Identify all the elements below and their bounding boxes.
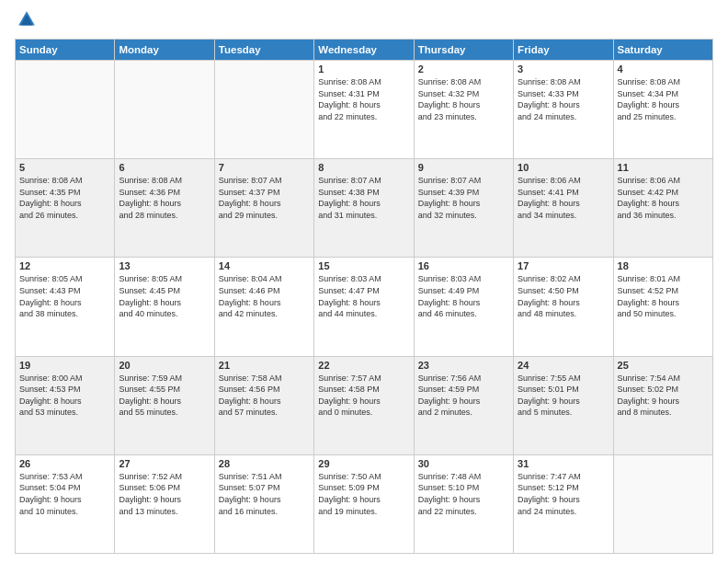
day-cell [613, 454, 712, 553]
day-info: Sunrise: 7:48 AM Sunset: 5:10 PM Dayligh… [418, 471, 509, 517]
day-number: 26 [19, 458, 110, 469]
day-cell: 18Sunrise: 8:01 AM Sunset: 4:52 PM Dayli… [613, 258, 712, 356]
day-number: 5 [19, 162, 110, 173]
day-number: 10 [518, 162, 609, 173]
page: SundayMondayTuesdayWednesdayThursdayFrid… [0, 0, 728, 563]
day-info: Sunrise: 7:47 AM Sunset: 5:12 PM Dayligh… [518, 471, 609, 517]
day-cell: 31Sunrise: 7:47 AM Sunset: 5:12 PM Dayli… [514, 454, 613, 553]
day-cell: 20Sunrise: 7:59 AM Sunset: 4:55 PM Dayli… [115, 356, 214, 454]
day-number: 30 [418, 458, 509, 469]
day-cell [16, 61, 115, 159]
day-info: Sunrise: 8:07 AM Sunset: 4:38 PM Dayligh… [318, 175, 409, 221]
logo [15, 9, 39, 33]
day-info: Sunrise: 7:51 AM Sunset: 5:07 PM Dayligh… [219, 471, 310, 517]
day-cell: 27Sunrise: 7:52 AM Sunset: 5:06 PM Dayli… [115, 454, 214, 553]
day-info: Sunrise: 8:08 AM Sunset: 4:36 PM Dayligh… [119, 175, 210, 221]
day-cell: 21Sunrise: 7:58 AM Sunset: 4:56 PM Dayli… [214, 356, 313, 454]
day-info: Sunrise: 7:54 AM Sunset: 5:02 PM Dayligh… [618, 373, 709, 419]
day-number: 4 [618, 63, 709, 75]
day-number: 24 [518, 360, 609, 371]
day-cell: 13Sunrise: 8:05 AM Sunset: 4:45 PM Dayli… [115, 258, 214, 356]
day-info: Sunrise: 8:08 AM Sunset: 4:32 PM Dayligh… [418, 76, 509, 122]
day-info: Sunrise: 7:58 AM Sunset: 4:56 PM Dayligh… [219, 373, 310, 419]
day-cell: 3Sunrise: 8:08 AM Sunset: 4:33 PM Daylig… [514, 61, 613, 159]
day-number: 15 [318, 260, 409, 271]
day-number: 17 [518, 260, 609, 271]
day-cell: 17Sunrise: 8:02 AM Sunset: 4:50 PM Dayli… [514, 258, 613, 356]
day-cell: 26Sunrise: 7:53 AM Sunset: 5:04 PM Dayli… [16, 454, 115, 553]
day-info: Sunrise: 8:05 AM Sunset: 4:45 PM Dayligh… [119, 273, 210, 319]
day-number: 25 [618, 360, 709, 371]
day-info: Sunrise: 7:57 AM Sunset: 4:58 PM Dayligh… [318, 373, 409, 419]
day-number: 9 [418, 162, 509, 173]
day-info: Sunrise: 8:07 AM Sunset: 4:37 PM Dayligh… [219, 175, 310, 221]
day-cell: 19Sunrise: 8:00 AM Sunset: 4:53 PM Dayli… [16, 356, 115, 454]
weekday-tuesday: Tuesday [214, 40, 313, 61]
day-cell: 23Sunrise: 7:56 AM Sunset: 4:59 PM Dayli… [414, 356, 513, 454]
weekday-thursday: Thursday [414, 40, 513, 61]
day-number: 14 [219, 260, 310, 271]
day-number: 28 [219, 458, 310, 469]
day-cell: 1Sunrise: 8:08 AM Sunset: 4:31 PM Daylig… [314, 61, 414, 159]
day-cell [214, 61, 313, 159]
weekday-sunday: Sunday [16, 40, 115, 61]
day-cell: 2Sunrise: 8:08 AM Sunset: 4:32 PM Daylig… [414, 61, 513, 159]
day-info: Sunrise: 8:05 AM Sunset: 4:43 PM Dayligh… [19, 273, 110, 319]
day-cell: 25Sunrise: 7:54 AM Sunset: 5:02 PM Dayli… [613, 356, 712, 454]
day-info: Sunrise: 7:50 AM Sunset: 5:09 PM Dayligh… [318, 471, 409, 517]
day-number: 27 [119, 458, 210, 469]
day-cell: 16Sunrise: 8:03 AM Sunset: 4:49 PM Dayli… [414, 258, 513, 356]
day-number: 12 [19, 260, 110, 271]
day-cell: 28Sunrise: 7:51 AM Sunset: 5:07 PM Dayli… [214, 454, 313, 553]
day-number: 7 [219, 162, 310, 173]
week-row-1: 1Sunrise: 8:08 AM Sunset: 4:31 PM Daylig… [16, 61, 713, 159]
day-info: Sunrise: 8:03 AM Sunset: 4:49 PM Dayligh… [418, 273, 509, 319]
day-cell: 6Sunrise: 8:08 AM Sunset: 4:36 PM Daylig… [115, 159, 214, 258]
day-number: 13 [119, 260, 210, 271]
day-cell: 24Sunrise: 7:55 AM Sunset: 5:01 PM Dayli… [514, 356, 613, 454]
day-info: Sunrise: 8:08 AM Sunset: 4:31 PM Dayligh… [318, 76, 409, 122]
weekday-saturday: Saturday [613, 40, 712, 61]
day-info: Sunrise: 8:03 AM Sunset: 4:47 PM Dayligh… [318, 273, 409, 319]
day-cell: 15Sunrise: 8:03 AM Sunset: 4:47 PM Dayli… [314, 258, 414, 356]
day-cell: 11Sunrise: 8:06 AM Sunset: 4:42 PM Dayli… [613, 159, 712, 258]
day-cell: 10Sunrise: 8:06 AM Sunset: 4:41 PM Dayli… [514, 159, 613, 258]
day-info: Sunrise: 8:06 AM Sunset: 4:42 PM Dayligh… [618, 175, 709, 221]
weekday-header-row: SundayMondayTuesdayWednesdayThursdayFrid… [16, 40, 713, 61]
day-info: Sunrise: 8:07 AM Sunset: 4:39 PM Dayligh… [418, 175, 509, 221]
day-info: Sunrise: 8:08 AM Sunset: 4:34 PM Dayligh… [618, 76, 709, 122]
day-info: Sunrise: 8:01 AM Sunset: 4:52 PM Dayligh… [618, 273, 709, 319]
day-cell: 7Sunrise: 8:07 AM Sunset: 4:37 PM Daylig… [214, 159, 313, 258]
logo-icon [17, 9, 37, 29]
day-number: 11 [618, 162, 709, 173]
day-cell: 4Sunrise: 8:08 AM Sunset: 4:34 PM Daylig… [613, 61, 712, 159]
week-row-5: 26Sunrise: 7:53 AM Sunset: 5:04 PM Dayli… [16, 454, 713, 553]
day-info: Sunrise: 7:53 AM Sunset: 5:04 PM Dayligh… [19, 471, 110, 517]
day-info: Sunrise: 8:04 AM Sunset: 4:46 PM Dayligh… [219, 273, 310, 319]
weekday-monday: Monday [115, 40, 214, 61]
day-number: 8 [318, 162, 409, 173]
day-cell: 9Sunrise: 8:07 AM Sunset: 4:39 PM Daylig… [414, 159, 513, 258]
day-info: Sunrise: 7:56 AM Sunset: 4:59 PM Dayligh… [418, 373, 509, 419]
day-number: 6 [119, 162, 210, 173]
weekday-wednesday: Wednesday [314, 40, 414, 61]
day-number: 31 [518, 458, 609, 469]
day-number: 16 [418, 260, 509, 271]
day-cell [115, 61, 214, 159]
day-number: 3 [518, 63, 609, 75]
day-info: Sunrise: 7:55 AM Sunset: 5:01 PM Dayligh… [518, 373, 609, 419]
day-cell: 22Sunrise: 7:57 AM Sunset: 4:58 PM Dayli… [314, 356, 414, 454]
day-cell: 5Sunrise: 8:08 AM Sunset: 4:35 PM Daylig… [16, 159, 115, 258]
day-info: Sunrise: 8:00 AM Sunset: 4:53 PM Dayligh… [19, 373, 110, 419]
day-cell: 29Sunrise: 7:50 AM Sunset: 5:09 PM Dayli… [314, 454, 414, 553]
day-info: Sunrise: 8:08 AM Sunset: 4:33 PM Dayligh… [518, 76, 609, 122]
day-number: 21 [219, 360, 310, 371]
day-cell: 14Sunrise: 8:04 AM Sunset: 4:46 PM Dayli… [214, 258, 313, 356]
day-info: Sunrise: 7:59 AM Sunset: 4:55 PM Dayligh… [119, 373, 210, 419]
day-cell: 12Sunrise: 8:05 AM Sunset: 4:43 PM Dayli… [16, 258, 115, 356]
day-info: Sunrise: 8:08 AM Sunset: 4:35 PM Dayligh… [19, 175, 110, 221]
day-number: 29 [318, 458, 409, 469]
day-number: 1 [318, 63, 409, 75]
day-number: 2 [418, 63, 509, 75]
day-number: 23 [418, 360, 509, 371]
